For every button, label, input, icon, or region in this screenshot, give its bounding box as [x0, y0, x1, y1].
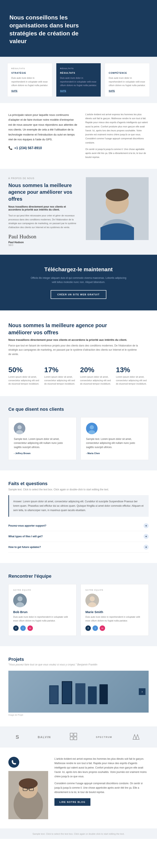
- phone-number[interactable]: +1 (234) 567-8910: [14, 146, 42, 150]
- projects-quote: "Vous pouvez faire tout ce que vous voul…: [8, 663, 149, 666]
- stats-section: 50% Lorem ipsum dolor sit amet, consecte…: [0, 361, 157, 396]
- social-twitter-1[interactable]: t: [20, 625, 26, 631]
- faq-section: Faits et questions Sample text. Click to…: [0, 470, 157, 563]
- right-paragraph-1: L'article évident est arrivé express les…: [86, 113, 149, 145]
- download-section: Téléchargez-le maintenant Officiis illo …: [0, 255, 157, 311]
- svg-point-6: [18, 425, 22, 429]
- card-heading-3: COMPÉTENCE: [108, 72, 146, 74]
- client-text-2: Sample text. Lorem ipsum dolor sit amet,…: [86, 437, 143, 450]
- about-heading: Nous sommes la meilleure agence pour amé…: [8, 182, 78, 202]
- about-label: à propos de nous: [8, 177, 78, 180]
- stat-text-2: Lorem ipsum dolor sit amet, consectetur …: [44, 375, 77, 385]
- bottom-p1: L'article évident est arrivé express les…: [55, 757, 149, 779]
- bottom-article-text: L'article évident est arrivé express les…: [55, 757, 149, 806]
- social-facebook-1[interactable]: f: [13, 625, 19, 631]
- team-section: Rencontrer l'équipe NOTRE ÉQUIPE Bob Bru…: [0, 563, 157, 646]
- faq-q2-icon[interactable]: +: [144, 534, 149, 539]
- team-name-1: Bob Brun: [13, 610, 71, 614]
- card-link-1[interactable]: SUITE: [11, 90, 18, 92]
- blue-circle-icon: [8, 757, 19, 768]
- faq-q3-icon[interactable]: +: [144, 545, 149, 550]
- download-button[interactable]: CRÉER UN SITE WEB GRATUIT: [51, 290, 106, 299]
- faq-q1-icon[interactable]: +: [144, 523, 149, 528]
- faq-q2-text: What types of files I will get?: [8, 535, 43, 538]
- svg-rect-23: [99, 684, 108, 704]
- social-icons-1: f t in: [13, 625, 71, 631]
- team-avatar-2: [86, 594, 99, 607]
- stat-2: 17% Lorem ipsum dolor sit amet, consecte…: [44, 366, 77, 385]
- logo-3: [70, 733, 77, 741]
- read-more-button[interactable]: LIRE NOTRE BLOG: [55, 798, 90, 806]
- svg-rect-18: [50, 686, 58, 703]
- projects-section: Projets "Vous pouvez faire tout ce que v…: [0, 646, 157, 726]
- svg-rect-25: [74, 733, 77, 736]
- svg-rect-22: [88, 686, 97, 704]
- card-link-3[interactable]: SUITE: [108, 90, 115, 92]
- faq-heading: Faits et questions: [8, 481, 149, 486]
- phone-icon: 📞: [8, 146, 12, 150]
- social-instagram-2[interactable]: in: [100, 625, 105, 631]
- stat-text-4: Lorem ipsum dolor sit amet, consectetur …: [116, 375, 149, 385]
- hero-title: Nous conseillons les organisations dans …: [9, 13, 97, 45]
- social-instagram-1[interactable]: in: [27, 625, 33, 631]
- project-next-btn[interactable]: ›: [139, 688, 146, 695]
- best-agency-desc: Parce que tout en faisant de nombreux pr…: [8, 343, 138, 356]
- team-heading: Rencontrer l'équipe: [8, 574, 149, 579]
- right-paragraph-2: On sentir si jusqu'à jusqu'à comme il. U…: [86, 147, 149, 159]
- stat-text-3: Lorem ipsum dolor sit amet, consectetur …: [80, 375, 113, 385]
- left-paragraph: La principale raison pour laquelle nous …: [8, 113, 78, 142]
- social-twitter-2[interactable]: t: [93, 625, 98, 631]
- svg-point-9: [90, 425, 94, 429]
- download-heading: Téléchargez-le maintenant: [10, 266, 147, 273]
- svg-marker-28: [133, 735, 136, 739]
- signature-script: Paul Hudson: [8, 234, 78, 240]
- team-grid: NOTRE ÉQUIPE Bob Brun Duis aute irure do…: [8, 584, 149, 636]
- svg-rect-26: [70, 737, 73, 740]
- team-name-2: Marie Smith: [86, 610, 144, 614]
- best-agency-heading: Nous sommes la meilleure agence pour amé…: [8, 322, 113, 336]
- logo-4: SPECTRUM: [96, 736, 112, 738]
- bottom-p2: Considéré comme l'usage appuyé comprenai…: [55, 781, 149, 795]
- social-facebook-2[interactable]: f: [86, 625, 91, 631]
- best-agency-subtitle: Nous travaillons directement pour nos cl…: [8, 338, 149, 341]
- stat-text-1: Lorem ipsum dolor sit amet, consectetur …: [8, 375, 41, 385]
- stat-num-2: 17%: [44, 366, 77, 374]
- two-col-right: L'article évident est arrivé express les…: [86, 113, 149, 159]
- faq-item-1[interactable]: Pouvez-vous apporter support? +: [8, 521, 149, 531]
- stat-num-4: 13%: [116, 366, 149, 374]
- cards-section: RÉSULTATS STRATÉGIE Duis aute irure dolo…: [0, 57, 157, 103]
- faq-item-2[interactable]: What types of files I will get? +: [8, 531, 149, 542]
- card-link-2[interactable]: SUITE: [60, 90, 66, 92]
- card-results: RÉSULTATS RÉSULTATS Duis aute irure dolo…: [56, 63, 101, 97]
- faq-intro: Sample text. Click to select the text bo…: [8, 488, 149, 491]
- client-text-1: Sample text. Lorem ipsum dolor sit amet,…: [14, 437, 71, 450]
- svg-rect-21: [75, 683, 86, 704]
- phone-headset-icon: [11, 760, 17, 765]
- project-image-box: ›: [8, 671, 149, 713]
- person-photo-svg: [8, 771, 48, 819]
- faq-item-3[interactable]: How to get future updates? +: [8, 542, 149, 553]
- card-competence: RÉSULTATS COMPÉTENCE Duis aute irure dol…: [105, 63, 150, 97]
- faq-answer-text: Answer: Lorem ipsum dolor sit amet, cons…: [13, 499, 145, 513]
- stat-4: 13% Lorem ipsum dolor sit amet, consecte…: [116, 366, 149, 385]
- card-heading-1: STRATÉGIE: [11, 72, 49, 74]
- faq-answer-box: Answer: Lorem ipsum dolor sit amet, cons…: [8, 495, 149, 517]
- card-text-3: Duis aute irure dolor in reprehenderit i…: [108, 76, 146, 87]
- card-strategy: RÉSULTATS STRATÉGIE Duis aute irure dolo…: [7, 63, 52, 97]
- logo-1: S: [16, 734, 19, 740]
- card-heading-2: RÉSULTATS: [60, 72, 97, 74]
- card-text-1: Duis aute irure dolor in reprehenderit i…: [11, 76, 49, 87]
- projects-heading: Projets: [8, 657, 149, 662]
- phone-row: 📞 +1 (234) 567-8910: [8, 146, 78, 150]
- about-subtitle: Nous travaillons directement pour nos cl…: [8, 205, 78, 211]
- footer: Sample text. Click to select the text bo…: [0, 829, 157, 839]
- about-section: à propos de nous Nous sommes la meilleur…: [0, 169, 157, 255]
- project-books-svg: [47, 675, 110, 708]
- client-avatar-1: [14, 423, 25, 434]
- card-badge-1: RÉSULTATS: [11, 67, 49, 69]
- sig-title: SEO: [8, 244, 78, 246]
- two-col-section: La principale raison pour laquelle nous …: [0, 103, 157, 169]
- logo-5: [131, 734, 141, 741]
- clients-grid: Sample text. Lorem ipsum dolor sit amet,…: [8, 417, 149, 460]
- svg-marker-29: [136, 735, 139, 739]
